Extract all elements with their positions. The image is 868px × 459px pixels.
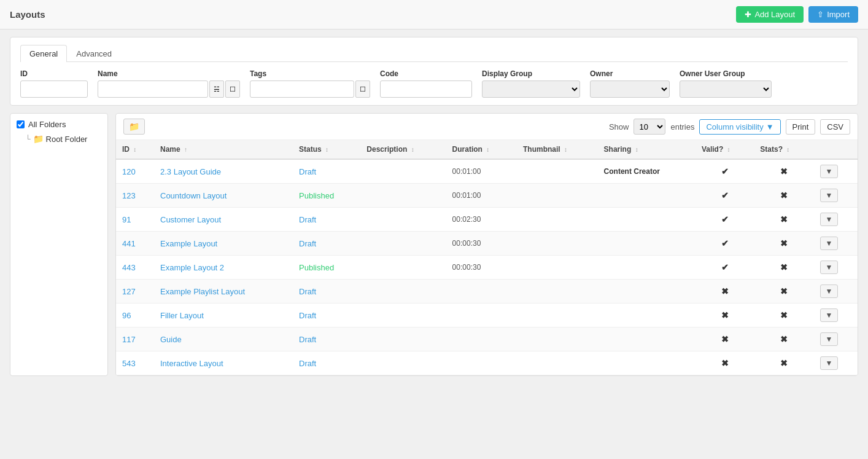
cell-sharing <box>598 184 696 208</box>
filter-id-label: ID <box>20 69 88 78</box>
checkmark-icon: ✔ <box>721 262 729 272</box>
cell-id[interactable]: 127 <box>116 280 154 304</box>
cell-name[interactable]: Example Layout 2 <box>154 256 293 280</box>
import-button[interactable]: ⇧ Import <box>808 6 858 23</box>
name-filter-check-btn[interactable]: ☐ <box>225 80 240 98</box>
cell-action[interactable]: ▼ <box>814 208 858 232</box>
cell-id[interactable]: 441 <box>116 232 154 256</box>
cell-action[interactable]: ▼ <box>814 280 858 304</box>
cell-action[interactable]: ▼ <box>814 256 858 280</box>
filter-code-input[interactable] <box>380 80 472 98</box>
col-status[interactable]: Status ↕ <box>293 140 360 159</box>
cell-name[interactable]: Example Layout <box>154 232 293 256</box>
cross-icon: ✖ <box>780 190 788 200</box>
filter-display-group-label: Display Group <box>482 69 580 78</box>
cell-id[interactable]: 96 <box>116 304 154 328</box>
folder-button[interactable]: 📁 <box>123 119 145 135</box>
col-duration[interactable]: Duration ↕ <box>446 140 517 159</box>
cell-thumbnail <box>517 184 598 208</box>
cell-name[interactable]: 2.3 Layout Guide <box>154 159 293 184</box>
plus-icon: ✚ <box>745 10 751 19</box>
cell-id[interactable]: 117 <box>116 328 154 351</box>
filter-id-input[interactable] <box>20 80 88 98</box>
cell-id[interactable]: 91 <box>116 208 154 232</box>
cell-duration: 00:01:00 <box>446 159 517 184</box>
col-name[interactable]: Name ↑ <box>154 140 293 159</box>
cell-name[interactable]: Filler Layout <box>154 304 293 328</box>
tags-filter-check-btn[interactable]: ☐ <box>355 80 370 98</box>
cell-action[interactable]: ▼ <box>814 304 858 328</box>
add-layout-button[interactable]: ✚ Add Layout <box>736 6 804 23</box>
cell-name[interactable]: Countdown Layout <box>154 184 293 208</box>
row-action-button[interactable]: ▼ <box>820 332 839 346</box>
cross-icon: ✖ <box>721 334 729 344</box>
name-filter-icon-btn[interactable]: ☵ <box>209 80 224 98</box>
cell-name[interactable]: Interactive Layout <box>154 351 293 375</box>
row-action-button[interactable]: ▼ <box>820 189 839 202</box>
all-folders-checkbox[interactable] <box>17 120 25 128</box>
cell-name[interactable]: Guide <box>154 328 293 351</box>
row-action-button[interactable]: ▼ <box>820 213 839 226</box>
cell-action[interactable]: ▼ <box>814 351 858 375</box>
filter-name-input[interactable] <box>98 80 208 98</box>
filter-code-label: Code <box>380 69 472 78</box>
filter-name-row: ☵ ☐ <box>98 80 240 98</box>
cell-id[interactable]: 543 <box>116 351 154 375</box>
col-thumbnail[interactable]: Thumbnail ↕ <box>517 140 598 159</box>
cell-id[interactable]: 120 <box>116 159 154 184</box>
cell-sharing: Content Creator <box>598 159 696 184</box>
cell-name[interactable]: Customer Layout <box>154 208 293 232</box>
col-id[interactable]: ID ↕ <box>116 140 154 159</box>
tab-general[interactable]: General <box>20 45 67 62</box>
checkmark-icon: ✔ <box>721 167 729 176</box>
cell-duration: 00:00:30 <box>446 256 517 280</box>
csv-button[interactable]: CSV <box>820 119 850 135</box>
filter-row: ID Name ☵ ☐ Tags ☐ Code Display Group <box>20 69 848 98</box>
cell-stats: ✖ <box>754 280 813 304</box>
entries-select[interactable]: 10 25 50 100 <box>634 119 665 135</box>
cell-description <box>360 304 446 328</box>
tab-advanced[interactable]: Advanced <box>67 45 121 62</box>
cell-stats: ✖ <box>754 184 813 208</box>
row-action-button[interactable]: ▼ <box>820 261 839 274</box>
filter-owner-user-group-select[interactable] <box>680 80 772 98</box>
cell-action[interactable]: ▼ <box>814 159 858 184</box>
cell-sharing <box>598 208 696 232</box>
print-button[interactable]: Print <box>786 119 816 135</box>
col-stats[interactable]: Stats? ↕ <box>754 140 813 159</box>
column-visibility-label: Column visibility <box>706 122 763 131</box>
cell-sharing <box>598 304 696 328</box>
cell-duration <box>446 351 517 375</box>
cell-status: Draft <box>293 208 360 232</box>
cross-icon: ✖ <box>780 262 788 272</box>
filter-display-group-group: Display Group <box>482 69 580 98</box>
root-folder-item[interactable]: └ 📁 Root Folder <box>25 134 101 144</box>
column-visibility-button[interactable]: Column visibility ▼ <box>699 119 780 135</box>
all-folders-item[interactable]: All Folders <box>17 120 101 129</box>
cell-description <box>360 328 446 351</box>
table-row: 127 Example Playlist Layout Draft ✖ ✖ ▼ <box>116 280 858 304</box>
row-action-button[interactable]: ▼ <box>820 308 839 322</box>
cell-id[interactable]: 443 <box>116 256 154 280</box>
cell-description <box>360 256 446 280</box>
cell-action[interactable]: ▼ <box>814 184 858 208</box>
cell-action[interactable]: ▼ <box>814 232 858 256</box>
cross-icon: ✖ <box>780 358 788 368</box>
filter-owner-select[interactable] <box>590 80 670 98</box>
cell-status: Draft <box>293 351 360 375</box>
filter-name-group: Name ☵ ☐ <box>98 69 240 98</box>
cell-name[interactable]: Example Playlist Layout <box>154 280 293 304</box>
filter-tags-input[interactable] <box>250 80 354 98</box>
col-description[interactable]: Description ↕ <box>360 140 446 159</box>
col-sharing[interactable]: Sharing ↕ <box>598 140 696 159</box>
row-action-button[interactable]: ▼ <box>820 165 839 178</box>
cell-id[interactable]: 123 <box>116 184 154 208</box>
row-action-button[interactable]: ▼ <box>820 284 839 298</box>
table-top-bar: 📁 Show 10 25 50 100 entries Column visib… <box>116 114 858 140</box>
col-valid[interactable]: Valid? ↕ <box>696 140 754 159</box>
filter-display-group-select[interactable] <box>482 80 580 98</box>
row-action-button[interactable]: ▼ <box>820 237 839 250</box>
cell-action[interactable]: ▼ <box>814 328 858 351</box>
table-header-row: ID ↕ Name ↑ Status ↕ Description ↕ Durat… <box>116 140 858 159</box>
row-action-button[interactable]: ▼ <box>820 356 839 370</box>
